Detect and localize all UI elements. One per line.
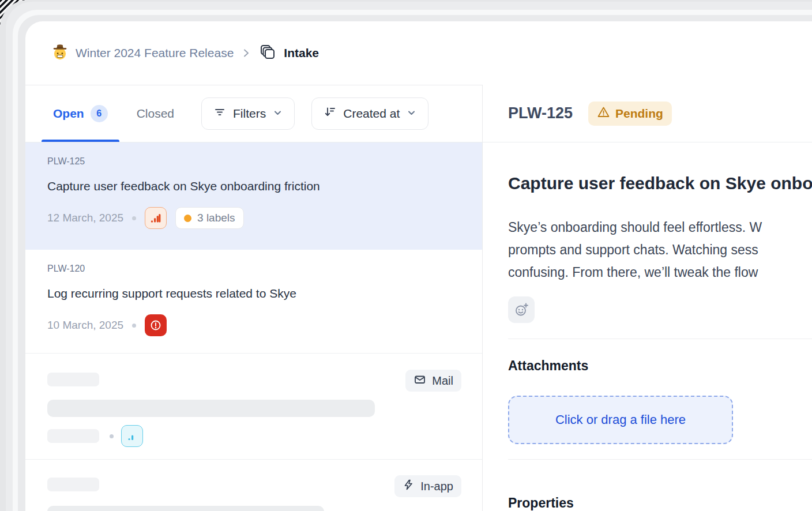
label-color-dot <box>184 215 191 222</box>
chevron-down-icon <box>273 107 283 121</box>
sort-descending-icon <box>324 106 336 121</box>
warning-triangle-icon <box>597 106 610 122</box>
item-date: 10 March, 2025 <box>47 319 123 332</box>
item-id: PLW-120 <box>47 264 482 274</box>
skeleton-date-pill <box>47 429 99 443</box>
inbox-list-panel: Open 6 Closed Filters <box>25 85 483 511</box>
source-badge-label: Mail <box>432 374 453 388</box>
detail-header: PLW-125 Pending <box>483 85 812 142</box>
app-window: Winter 2024 Feature Release Intake Open <box>25 21 812 511</box>
item-id: PLW-125 <box>47 156 482 167</box>
section-divider <box>508 339 812 339</box>
properties-heading: Properties <box>508 495 812 511</box>
tab-closed[interactable]: Closed <box>137 107 174 121</box>
detail-body: Capture user feedback on Skye onboarding… <box>483 142 812 511</box>
chevron-right-icon <box>241 48 251 58</box>
sort-created-at-button[interactable]: Created at <box>311 97 428 130</box>
filters-button[interactable]: Filters <box>201 97 295 130</box>
chevron-down-icon <box>407 107 416 121</box>
item-title: Capture user feedback on Skye onboarding… <box>47 179 482 193</box>
dot-separator <box>110 434 114 438</box>
description-line: confusing. From there, we’ll tweak the f… <box>508 261 812 284</box>
bar-chart-icon <box>145 207 167 229</box>
add-reaction-button[interactable] <box>508 296 535 323</box>
detail-panel: PLW-125 Pending Capture user feedback on… <box>483 85 812 511</box>
bar-chart-icon-cyan <box>121 425 143 447</box>
breadcrumb-project-link[interactable]: Winter 2024 Feature Release <box>76 46 234 60</box>
source-badge-inapp: In-app <box>394 475 461 497</box>
list-item-loading[interactable]: In-app <box>25 460 482 511</box>
source-badge-mail: Mail <box>405 370 461 392</box>
tab-open[interactable]: Open 6 <box>42 85 119 142</box>
list-item[interactable]: PLW-120 Log recurring support requests r… <box>25 250 482 354</box>
dropzone-label: Click or drag a file here <box>555 412 686 427</box>
attachments-heading: Attachments <box>508 358 812 374</box>
filters-button-label: Filters <box>233 107 266 121</box>
list-item-loading[interactable]: Mail <box>25 354 482 460</box>
dot-separator <box>132 216 136 220</box>
tabs-toolbar: Open 6 Closed Filters <box>25 85 482 142</box>
intake-stack-icon <box>259 43 276 63</box>
skeleton-title-bar <box>47 400 375 417</box>
breadcrumb-section[interactable]: Intake <box>284 46 319 60</box>
status-badge-label: Pending <box>615 107 663 121</box>
detail-description: Skye’s onboarding should feel effortless… <box>508 216 812 284</box>
skeleton-id-pill <box>47 373 99 386</box>
mail-icon <box>413 373 426 389</box>
alert-icon <box>145 314 167 336</box>
section-divider <box>508 459 812 460</box>
open-count-badge: 6 <box>91 105 108 122</box>
lightning-bolt-icon <box>403 479 415 494</box>
dot-separator <box>132 324 136 328</box>
detail-issue-id: PLW-125 <box>508 104 573 122</box>
skeleton-title-bar <box>47 506 324 511</box>
breadcrumb: Winter 2024 Feature Release Intake <box>25 21 812 85</box>
status-badge-pending[interactable]: Pending <box>588 102 672 126</box>
item-title: Log recurring support requests related t… <box>47 287 482 300</box>
labels-count-text: 3 labels <box>197 212 235 224</box>
detail-title: Capture user feedback on Skye onboarding… <box>508 174 812 193</box>
list-item-selected[interactable]: PLW-125 Capture user feedback on Skye on… <box>25 142 482 250</box>
file-dropzone[interactable]: Click or drag a file here <box>508 396 733 444</box>
cowboy-emoji-icon <box>52 44 68 62</box>
item-date: 12 March, 2025 <box>47 212 123 224</box>
description-line: prompts and support chats. Watching sess <box>508 239 812 261</box>
labels-badge[interactable]: 3 labels <box>175 207 244 229</box>
active-tab-underline <box>42 140 119 142</box>
tab-open-label: Open <box>53 107 84 121</box>
source-badge-label: In-app <box>420 480 453 493</box>
sort-button-label: Created at <box>343 107 400 121</box>
filter-icon <box>213 106 226 121</box>
description-line: Skye’s onboarding should feel effortless… <box>508 216 812 239</box>
page: Winter 2024 Feature Release Intake Open <box>0 0 812 511</box>
skeleton-id-pill <box>47 478 99 491</box>
smiley-plus-icon <box>514 302 529 317</box>
